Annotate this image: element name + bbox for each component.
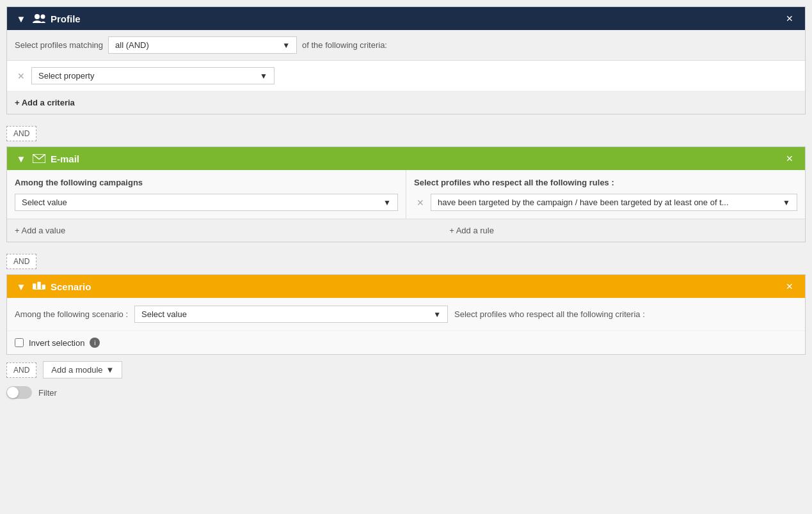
scenario-chevron-icon: ▼ <box>433 310 441 319</box>
campaigns-dropdown[interactable]: Select value ▼ <box>15 194 398 211</box>
invert-checkbox[interactable] <box>15 338 24 347</box>
matching-dropdown[interactable]: all (AND) ▼ <box>108 36 297 54</box>
email-block: ▼ E-mail ✕ Among the following campaigns… <box>6 146 806 242</box>
email-add-row: + Add a value + Add a rule <box>7 219 805 242</box>
campaigns-placeholder: Select value <box>22 198 67 207</box>
profile-matching-row: Select profiles matching all (AND) ▼ of … <box>7 30 805 61</box>
scenario-close-button[interactable]: ✕ <box>782 280 797 293</box>
add-module-chevron-icon: ▼ <box>106 365 115 375</box>
email-header-left: ▼ E-mail <box>15 152 79 165</box>
rule-dropdown[interactable]: have been targeted by the campaign / hav… <box>431 194 797 211</box>
scenario-criteria-label: Select profiles who respect all the foll… <box>454 309 645 319</box>
rule-row: ✕ have been targeted by the campaign / h… <box>414 194 797 211</box>
scenario-collapse-icon[interactable]: ▼ <box>15 280 28 293</box>
remove-property-button[interactable]: ✕ <box>15 71 28 81</box>
svg-rect-5 <box>42 284 45 289</box>
scenario-header: ▼ Scenario ✕ <box>7 275 805 298</box>
scenario-block: ▼ Scenario ✕ Among the following scenari… <box>6 274 806 355</box>
email-close-button[interactable]: ✕ <box>782 152 797 165</box>
filter-row: Filter <box>6 386 806 399</box>
email-left-col: Among the following campaigns Select val… <box>7 170 406 219</box>
matching-chevron-icon: ▼ <box>282 41 290 50</box>
toggle-knob <box>7 387 19 398</box>
email-two-col: Among the following campaigns Select val… <box>7 170 805 219</box>
add-module-label: Add a module <box>51 365 102 375</box>
add-rule-link[interactable]: + Add a rule <box>449 226 494 235</box>
add-value-link[interactable]: + Add a value <box>15 226 65 235</box>
svg-point-1 <box>41 15 45 19</box>
profile-criteria-row: ✕ Select property ▼ <box>7 61 805 91</box>
profile-title: Profile <box>51 13 81 24</box>
email-right-col: Select profiles who respect all the foll… <box>406 170 805 219</box>
invert-row: Invert selection i <box>7 331 805 354</box>
and-connector-1: AND <box>6 121 806 146</box>
scenario-body: Among the following scenario : Select va… <box>7 298 805 354</box>
profile-header: ▼ Profile ✕ <box>7 7 805 30</box>
email-icon <box>33 152 45 165</box>
svg-rect-3 <box>33 283 36 289</box>
scenario-placeholder: Select value <box>141 309 187 319</box>
scenario-icon <box>33 280 45 293</box>
matching-label: Select profiles matching <box>15 40 103 50</box>
profile-block: ▼ Profile ✕ Select profiles matching all… <box>6 6 806 114</box>
select-property-placeholder: Select property <box>38 71 94 81</box>
campaigns-chevron-icon: ▼ <box>383 198 391 207</box>
scenario-header-left: ▼ Scenario <box>15 280 91 293</box>
rules-label: Select profiles who respect all the foll… <box>414 178 797 187</box>
criteria-label: of the following criteria: <box>302 40 387 50</box>
add-criteria-label: + Add a criteria <box>15 98 75 107</box>
campaigns-label: Among the following campaigns <box>15 178 398 187</box>
and-connector-2: AND <box>6 249 806 274</box>
and-label-1: AND <box>6 126 36 141</box>
scenario-among-label: Among the following scenario : <box>15 309 128 319</box>
filter-toggle[interactable] <box>6 386 32 399</box>
svg-rect-4 <box>37 282 40 290</box>
rule-value: have been targeted by the campaign / hav… <box>438 198 729 207</box>
and-label-3: AND <box>6 362 36 378</box>
profile-header-left: ▼ Profile <box>15 12 81 25</box>
scenario-row: Among the following scenario : Select va… <box>7 298 805 331</box>
select-property-dropdown[interactable]: Select property ▼ <box>31 67 275 84</box>
and-label-2: AND <box>6 254 36 269</box>
svg-point-0 <box>35 14 40 19</box>
filter-label: Filter <box>38 388 57 398</box>
add-module-button[interactable]: Add a module ▼ <box>43 361 122 378</box>
profile-icon <box>33 12 45 25</box>
scenario-title: Scenario <box>51 281 91 292</box>
rule-chevron-icon: ▼ <box>783 198 790 207</box>
scenario-value-dropdown[interactable]: Select value ▼ <box>134 306 448 323</box>
invert-label: Invert selection <box>29 338 84 348</box>
email-collapse-icon[interactable]: ▼ <box>15 152 28 165</box>
property-chevron-icon: ▼ <box>260 72 267 81</box>
add-criteria-row[interactable]: + Add a criteria <box>7 91 805 114</box>
info-icon: i <box>90 338 100 348</box>
email-content: Among the following campaigns Select val… <box>7 170 805 242</box>
bottom-controls: AND Add a module ▼ <box>6 361 806 378</box>
matching-value: all (AND) <box>115 40 149 50</box>
profile-close-button[interactable]: ✕ <box>782 12 797 25</box>
email-title: E-mail <box>51 153 79 164</box>
email-header: ▼ E-mail ✕ <box>7 147 805 170</box>
remove-rule-button[interactable]: ✕ <box>414 198 427 208</box>
collapse-icon[interactable]: ▼ <box>15 12 28 25</box>
